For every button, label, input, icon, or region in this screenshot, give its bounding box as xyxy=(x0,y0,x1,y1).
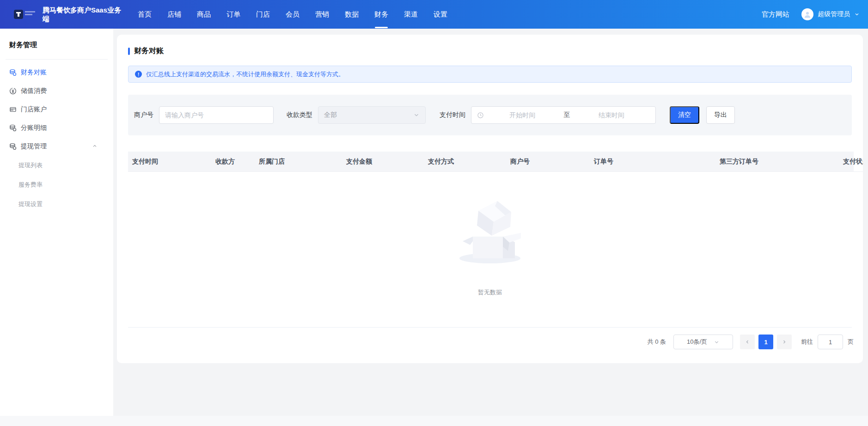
clock-icon xyxy=(477,112,484,119)
page-unit-label: 页 xyxy=(848,338,854,346)
sidebar-title: 财务管理 xyxy=(9,41,104,49)
ledger-icon xyxy=(9,69,17,76)
empty-state: 暂无数据 xyxy=(117,195,863,297)
sidebar: 财务管理 财务对账 储值消费 xyxy=(0,29,113,426)
page-title: 财务对账 xyxy=(134,46,164,56)
title-accent-bar xyxy=(128,48,130,55)
nav-item-home[interactable]: 首页 xyxy=(138,7,152,22)
brand: 腾马餐饮多商户Saas业务端 xyxy=(14,6,128,23)
app-logo xyxy=(14,10,23,19)
user-name: 超级管理员 xyxy=(818,10,850,18)
sidebar-divider xyxy=(6,59,108,60)
store-account-icon xyxy=(9,106,17,113)
goto-label: 前往 xyxy=(801,338,813,346)
clear-button[interactable]: 清空 xyxy=(670,106,699,124)
sidebar-item-stored-value[interactable]: 储值消费 xyxy=(9,82,104,100)
sidebar-subitem-withdraw-list[interactable]: 提现列表 xyxy=(18,156,65,175)
col-pay-time: 支付时间 xyxy=(132,158,215,166)
withdraw-submenu: 提现列表 服务费率 提现设置 xyxy=(9,156,104,214)
withdraw-icon xyxy=(9,143,17,150)
info-alert: ! 仅汇总线上支付渠道的交易流水，不统计使用余额支付、现金支付等方式。 xyxy=(128,66,852,83)
sidebar-item-label: 储值消费 xyxy=(21,87,47,95)
app-title: 腾马餐饮多商户Saas业务端 xyxy=(43,6,122,23)
stored-value-icon xyxy=(9,87,17,95)
range-separator: 至 xyxy=(561,111,573,119)
chevron-down-icon xyxy=(714,339,720,345)
nav-item-shop[interactable]: 店铺 xyxy=(167,7,181,22)
sidebar-item-withdraw[interactable]: 提现管理 xyxy=(9,137,104,156)
pay-time-range-picker[interactable]: 至 xyxy=(471,106,656,124)
col-third-party-id: 第三方订单号 xyxy=(720,158,843,166)
sidebar-item-label: 门店账户 xyxy=(21,105,47,114)
sidebar-menu: 财务对账 储值消费 门店账户 xyxy=(9,63,104,156)
nav-item-marketing[interactable]: 营销 xyxy=(315,7,329,22)
chevron-down-icon xyxy=(854,12,860,17)
finance-reconcile-card: 财务对账 ! 仅汇总线上支付渠道的交易流水，不统计使用余额支付、现金支付等方式。… xyxy=(117,35,863,363)
col-pay-amount: 支付金额 xyxy=(346,158,428,166)
col-order-id: 订单号 xyxy=(594,158,720,166)
sidebar-item-finance-reconcile[interactable]: 财务对账 xyxy=(9,63,104,82)
split-detail-icon xyxy=(9,124,17,132)
chevron-left-icon xyxy=(745,339,750,345)
nav-item-settings[interactable]: 设置 xyxy=(434,7,447,22)
nav-item-channel[interactable]: 渠道 xyxy=(404,7,418,22)
table-header-cells: 支付时间 收款方 所属门店 支付金额 支付方式 商户号 订单号 第三方订单号 支… xyxy=(128,152,863,171)
chevron-right-icon xyxy=(782,339,787,345)
info-icon: ! xyxy=(135,71,142,78)
nav-item-data[interactable]: 数据 xyxy=(345,7,359,22)
main-nav: 首页 店铺 商品 订单 门店 会员 营销 数据 财务 渠道 设置 xyxy=(138,7,447,22)
person-icon xyxy=(803,10,812,18)
nav-item-orders[interactable]: 订单 xyxy=(226,7,240,22)
export-button[interactable]: 导出 xyxy=(706,106,735,124)
pagination: 共 0 条 10条/页 1 xyxy=(648,335,854,349)
page-size-select[interactable]: 10条/页 xyxy=(673,335,733,349)
chevron-down-icon xyxy=(413,112,420,118)
col-merchant-id: 商户号 xyxy=(510,158,594,166)
empty-box-illustration xyxy=(451,195,529,269)
table-header: 支付时间 收款方 所属门店 支付金额 支付方式 商户号 订单号 第三方订单号 支… xyxy=(128,152,863,172)
page-title-row: 财务对账 xyxy=(117,35,863,56)
page-size-value: 10条/页 xyxy=(687,338,707,346)
payment-type-select[interactable]: 全部 xyxy=(318,106,426,124)
nav-item-stores[interactable]: 门店 xyxy=(256,7,270,22)
pay-time-label: 支付时间 xyxy=(440,111,465,119)
empty-text: 暂无数据 xyxy=(478,288,502,297)
payment-type-value: 全部 xyxy=(324,111,337,119)
nav-item-goods[interactable]: 商品 xyxy=(197,7,211,22)
payment-type-label: 收款类型 xyxy=(287,111,312,119)
prev-page-button[interactable] xyxy=(740,335,755,349)
chevron-up-icon[interactable] xyxy=(92,143,98,150)
navbar-right: 官方网站 超级管理员 xyxy=(762,8,860,20)
filter-bar: 商户号 收款类型 全部 支付时间 xyxy=(128,95,852,135)
page-number-current[interactable]: 1 xyxy=(758,335,773,349)
sidebar-item-store-account[interactable]: 门店账户 xyxy=(9,100,104,119)
top-navbar: 腾马餐饮多商户Saas业务端 首页 店铺 商品 订单 门店 会员 营销 数据 财… xyxy=(0,0,868,29)
official-site-link[interactable]: 官方网站 xyxy=(762,10,789,19)
goto-page-input[interactable] xyxy=(818,335,843,349)
sidebar-subitem-withdraw-settings[interactable]: 提现设置 xyxy=(18,195,65,214)
sidebar-item-split-detail[interactable]: 分账明细 xyxy=(9,119,104,137)
sidebar-item-label: 分账明细 xyxy=(21,124,47,132)
alert-text: 仅汇总线上支付渠道的交易流水，不统计使用余额支付、现金支付等方式。 xyxy=(146,70,344,79)
logo-subtext-decor xyxy=(25,11,35,17)
end-time-input[interactable] xyxy=(573,111,650,119)
logo-mark-icon xyxy=(16,12,21,17)
merchant-id-label: 商户号 xyxy=(134,111,153,119)
col-pay-status: 支付状态 xyxy=(843,158,863,166)
start-time-input[interactable] xyxy=(484,111,561,119)
sidebar-subitem-service-rate[interactable]: 服务费率 xyxy=(18,175,65,195)
col-store: 所属门店 xyxy=(259,158,346,166)
nav-item-finance[interactable]: 财务 xyxy=(374,7,388,22)
pagination-divider xyxy=(128,327,852,328)
sidebar-item-label: 提现管理 xyxy=(21,142,47,151)
main-content: 财务对账 ! 仅汇总线上支付渠道的交易流水，不统计使用余额支付、现金支付等方式。… xyxy=(113,29,868,426)
user-menu[interactable]: 超级管理员 xyxy=(801,8,860,20)
total-count: 共 0 条 xyxy=(648,338,666,346)
next-page-button[interactable] xyxy=(777,335,792,349)
col-payee: 收款方 xyxy=(215,158,259,166)
nav-item-members[interactable]: 会员 xyxy=(286,7,300,22)
sidebar-item-label: 财务对账 xyxy=(21,68,47,77)
bottom-scrollbar-track[interactable] xyxy=(0,416,868,426)
avatar xyxy=(801,8,813,20)
merchant-id-input[interactable] xyxy=(159,106,274,124)
